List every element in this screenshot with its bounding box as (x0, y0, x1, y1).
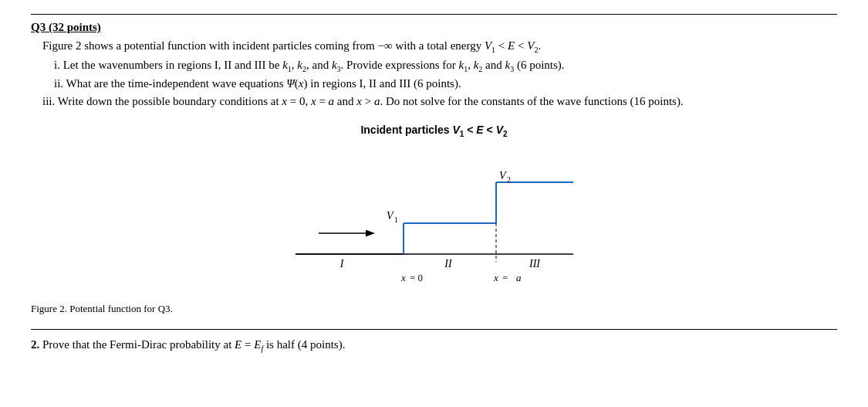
top-divider (31, 14, 837, 15)
question3-line1: Figure 2 shows a potential function with… (31, 37, 837, 56)
question3-line3: ii. What are the time-independent wave e… (31, 75, 837, 93)
svg-text:V: V (499, 170, 507, 181)
question3-body: Figure 2 shows a potential function with… (31, 37, 837, 111)
svg-text:x: x (400, 272, 406, 283)
question2-text: 2. Prove that the Fermi-Dirac probabilit… (31, 336, 837, 354)
svg-text:I: I (339, 258, 344, 270)
svg-text:III: III (529, 258, 541, 270)
svg-text:=: = (502, 272, 508, 283)
svg-text:1: 1 (394, 215, 398, 224)
question3-section: Q3 (32 points) Figure 2 shows a potentia… (31, 21, 837, 111)
diagram-wrap: V 1 V 2 I II III x = 0 x = a (272, 142, 596, 297)
math-v1-e-v2: V (485, 39, 491, 52)
question3-line2: i. Let the wavenumbers in regions I, II … (31, 56, 837, 76)
figure-caption: Figure 2. Potential function for Q3. (31, 303, 173, 315)
diagram-svg: V 1 V 2 I II III x = 0 x = a (272, 142, 596, 297)
svg-text:II: II (444, 258, 453, 270)
question3-header: Q3 (32 points) (31, 21, 837, 34)
figure-title: Incident particles V1 < E < V2 (360, 124, 507, 138)
svg-text:a: a (516, 272, 522, 283)
question3-line4: iii. Write down the possible boundary co… (31, 93, 837, 110)
figure-container: Incident particles V1 < E < V2 (31, 124, 837, 322)
question2-section: 2. Prove that the Fermi-Dirac probabilit… (31, 329, 837, 354)
svg-text:= 0: = 0 (410, 272, 423, 283)
svg-text:V: V (387, 210, 394, 222)
svg-text:2: 2 (507, 175, 511, 184)
svg-text:x: x (493, 272, 498, 283)
